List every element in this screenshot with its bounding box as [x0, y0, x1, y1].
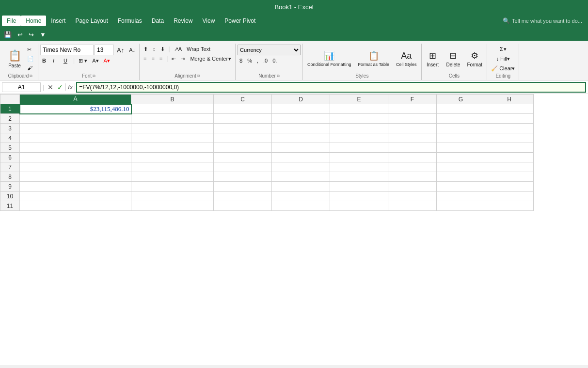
row-header-7[interactable]: 7	[0, 162, 20, 172]
number-expand-icon[interactable]: ⧉	[277, 74, 280, 79]
cell-C1[interactable]	[214, 104, 272, 114]
col-header-B[interactable]: B	[131, 95, 214, 104]
decrease-font-button[interactable]: A↓	[127, 46, 137, 54]
col-header-E[interactable]: E	[330, 95, 388, 104]
cell-E9[interactable]	[330, 182, 388, 192]
col-header-D[interactable]: D	[272, 95, 330, 104]
format-as-table-button[interactable]: 📋 Format as Table	[356, 47, 392, 71]
autosum-button[interactable]: Σ▾	[498, 45, 509, 53]
cell-A11[interactable]	[20, 201, 131, 211]
cell-D7[interactable]	[272, 162, 330, 172]
cell-D3[interactable]	[272, 124, 330, 133]
borders-button[interactable]: ⊞ ▾	[77, 56, 89, 65]
cell-H4[interactable]	[485, 133, 534, 143]
conditional-formatting-button[interactable]: 📊 Conditional Formatting	[305, 47, 354, 71]
cell-G6[interactable]	[437, 153, 485, 162]
cell-B3[interactable]	[131, 124, 214, 133]
delete-button[interactable]: ⊟ Delete	[444, 47, 463, 71]
accounting-button[interactable]: $	[238, 56, 244, 65]
cell-G10[interactable]	[437, 192, 485, 201]
cell-G2[interactable]	[437, 114, 485, 124]
row-header-6[interactable]: 6	[0, 153, 20, 162]
cell-C9[interactable]	[214, 182, 272, 192]
undo-button[interactable]: ↩	[16, 30, 25, 39]
cell-F2[interactable]	[388, 114, 437, 124]
cell-A6[interactable]	[20, 153, 131, 162]
font-expand-icon[interactable]: ⧉	[93, 74, 95, 79]
increase-indent-button[interactable]: ⇥	[179, 54, 187, 63]
decrease-decimal-button[interactable]: 0.	[270, 56, 279, 65]
cancel-formula-button[interactable]: ✕	[46, 83, 55, 91]
text-direction-button[interactable]: ↗A	[172, 45, 184, 53]
menu-formulas[interactable]: Formulas	[113, 16, 147, 26]
row-header-5[interactable]: 5	[0, 143, 20, 153]
redo-button[interactable]: ↪	[27, 30, 36, 39]
cell-G11[interactable]	[437, 201, 485, 211]
cell-G1[interactable]	[437, 104, 485, 114]
cell-C5[interactable]	[214, 143, 272, 153]
format-painter-button[interactable]: 🖌	[25, 64, 36, 72]
align-top-button[interactable]: ⬆	[142, 45, 150, 53]
cell-F9[interactable]	[388, 182, 437, 192]
menu-data[interactable]: Data	[147, 16, 169, 26]
increase-decimal-button[interactable]: .0	[261, 56, 270, 65]
align-right-button[interactable]: ≡	[158, 54, 164, 63]
cell-E1[interactable]	[330, 104, 388, 114]
align-middle-button[interactable]: ↕	[151, 45, 158, 53]
clear-button[interactable]: 🧹 Clear▾	[489, 64, 517, 73]
cell-F1[interactable]	[388, 104, 437, 114]
cell-E5[interactable]	[330, 143, 388, 153]
cell-E4[interactable]	[330, 133, 388, 143]
cell-C6[interactable]	[214, 153, 272, 162]
cell-H3[interactable]	[485, 124, 534, 133]
cell-B5[interactable]	[131, 143, 214, 153]
save-button[interactable]: 💾	[2, 30, 14, 39]
row-header-9[interactable]: 9	[0, 182, 20, 192]
font-name-input[interactable]	[40, 45, 94, 55]
cell-H10[interactable]	[485, 192, 534, 201]
cell-H1[interactable]	[485, 104, 534, 114]
font-color-button[interactable]: A▾	[102, 56, 112, 65]
cell-A2[interactable]	[20, 114, 131, 124]
cell-D4[interactable]	[272, 133, 330, 143]
align-center-button[interactable]: ≡	[149, 54, 156, 63]
cell-H5[interactable]	[485, 143, 534, 153]
customize-qa-button[interactable]: ▼	[38, 30, 48, 39]
cell-B2[interactable]	[131, 114, 214, 124]
cell-A9[interactable]	[20, 182, 131, 192]
cell-F11[interactable]	[388, 201, 437, 211]
cell-H9[interactable]	[485, 182, 534, 192]
cell-A3[interactable]	[20, 124, 131, 133]
cell-D1[interactable]	[272, 104, 330, 114]
cell-E8[interactable]	[330, 172, 388, 182]
cell-D10[interactable]	[272, 192, 330, 201]
cell-D6[interactable]	[272, 153, 330, 162]
cell-C4[interactable]	[214, 133, 272, 143]
percent-button[interactable]: %	[245, 56, 254, 65]
merge-center-button[interactable]: Merge & Center▾	[188, 54, 233, 63]
cell-F8[interactable]	[388, 172, 437, 182]
font-size-input[interactable]	[95, 45, 114, 55]
row-header-2[interactable]: 2	[0, 114, 20, 124]
cell-E11[interactable]	[330, 201, 388, 211]
col-header-C[interactable]: C	[214, 95, 272, 104]
cell-G8[interactable]	[437, 172, 485, 182]
search-placeholder[interactable]: Tell me what you want to do...	[512, 18, 582, 24]
cell-E3[interactable]	[330, 124, 388, 133]
insert-button[interactable]: ⊞ Insert	[424, 47, 442, 71]
cell-H11[interactable]	[485, 201, 534, 211]
clipboard-expand-icon[interactable]: ⧉	[30, 74, 32, 79]
cell-D11[interactable]	[272, 201, 330, 211]
cell-C10[interactable]	[214, 192, 272, 201]
underline-button[interactable]: U	[62, 56, 71, 65]
cell-B11[interactable]	[131, 201, 214, 211]
cell-A5[interactable]	[20, 143, 131, 153]
col-header-A[interactable]: A	[20, 95, 131, 104]
cell-D5[interactable]	[272, 143, 330, 153]
cell-A1[interactable]: $23,115,486.10	[20, 104, 131, 114]
menu-file[interactable]: File	[2, 16, 21, 26]
menu-page-layout[interactable]: Page Layout	[70, 16, 112, 26]
accept-formula-button[interactable]: ✓	[56, 83, 64, 91]
cell-F10[interactable]	[388, 192, 437, 201]
cell-G7[interactable]	[437, 162, 485, 172]
